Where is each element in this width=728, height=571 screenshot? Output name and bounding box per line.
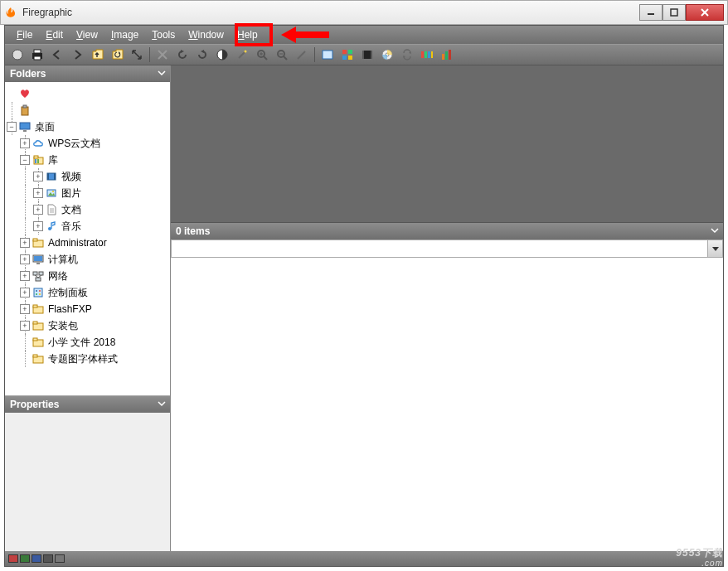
status-swatch[interactable] <box>8 554 18 563</box>
expander-icon[interactable]: − <box>20 155 30 165</box>
expander-icon[interactable]: − <box>7 122 17 132</box>
edit-icon[interactable] <box>293 46 311 64</box>
status-swatch[interactable] <box>32 554 41 563</box>
tree-favorites[interactable] <box>5 85 170 102</box>
menubar: File Edit View Image Tools Window Help <box>5 26 723 44</box>
svg-rect-49 <box>34 156 38 158</box>
palette-icon[interactable] <box>418 46 436 64</box>
svg-point-75 <box>36 293 37 295</box>
color-swatches-icon[interactable] <box>338 46 357 64</box>
status-swatch[interactable] <box>43 554 53 563</box>
svg-marker-4 <box>281 27 329 43</box>
menu-window[interactable]: Window <box>182 27 231 43</box>
items-count-label: 0 items <box>176 225 210 237</box>
expander-icon[interactable]: + <box>20 288 30 298</box>
print-icon[interactable] <box>28 46 46 64</box>
tree-install[interactable]: + 安装包 <box>5 317 170 334</box>
folders-panel-title: Folders <box>10 68 46 80</box>
svg-rect-67 <box>33 272 37 275</box>
delete-icon[interactable] <box>153 46 172 64</box>
fullscreen-icon[interactable] <box>318 46 337 64</box>
folder-icon <box>32 319 45 332</box>
tree-desktop[interactable]: − 桌面 <box>5 119 170 135</box>
expander-icon[interactable]: + <box>20 321 30 331</box>
status-swatch[interactable] <box>20 554 30 563</box>
svg-rect-37 <box>421 51 424 58</box>
svg-rect-78 <box>33 305 37 307</box>
back-icon[interactable] <box>48 46 66 64</box>
svg-point-5 <box>12 50 22 60</box>
tree-documents[interactable]: + 文档 <box>5 201 170 218</box>
app-icon <box>4 6 17 19</box>
dropdown-icon[interactable] <box>707 240 722 257</box>
forward-icon[interactable] <box>68 46 86 64</box>
expander-icon[interactable]: + <box>20 254 30 264</box>
menu-edit[interactable]: Edit <box>39 27 70 43</box>
contrast-icon[interactable] <box>213 46 231 64</box>
disc-icon[interactable] <box>378 46 396 64</box>
properties-panel-header: Properties <box>5 396 170 413</box>
svg-rect-32 <box>371 51 372 59</box>
svg-rect-39 <box>428 51 430 58</box>
expander-icon[interactable]: + <box>20 238 30 248</box>
expander-icon[interactable]: + <box>33 188 43 198</box>
zoom-out-icon[interactable] <box>273 46 291 64</box>
expander-icon[interactable]: + <box>33 221 43 231</box>
svg-point-57 <box>52 191 54 192</box>
expander-icon[interactable]: + <box>20 271 30 281</box>
tree-network[interactable]: + 网络 <box>5 268 170 284</box>
menu-tools[interactable]: Tools <box>145 27 182 43</box>
svg-rect-27 <box>348 50 352 54</box>
preview-area <box>171 65 723 223</box>
filmstrip-icon[interactable] <box>358 46 376 64</box>
menu-file[interactable]: File <box>10 27 39 43</box>
expander-icon[interactable]: + <box>33 172 43 181</box>
zoom-in-icon[interactable] <box>253 46 271 64</box>
tree-school[interactable]: 小学 文件 2018 <box>5 334 170 351</box>
refresh-icon[interactable] <box>108 46 126 64</box>
path-input[interactable] <box>172 240 707 257</box>
computer-icon <box>32 253 45 266</box>
expander-icon[interactable]: + <box>20 304 30 314</box>
svg-rect-38 <box>425 51 427 58</box>
sync-icon[interactable] <box>398 46 416 64</box>
expander-icon[interactable]: + <box>20 138 30 148</box>
tree-computer[interactable]: + 计算机 <box>5 251 170 268</box>
tree-pictures[interactable]: + 图片 <box>5 185 170 201</box>
heart-icon <box>18 87 32 100</box>
path-combo[interactable] <box>171 240 723 258</box>
expander-icon[interactable]: + <box>33 205 43 215</box>
tree-control-panel[interactable]: + 控制面板 <box>5 284 170 301</box>
user-folder-icon <box>32 236 45 249</box>
tree-flashfxp[interactable]: + FlashFXP <box>5 301 170 317</box>
up-icon[interactable] <box>88 46 106 64</box>
rotate-left-icon[interactable] <box>173 46 192 64</box>
wand-icon[interactable] <box>233 46 251 64</box>
close-button[interactable] <box>686 4 724 21</box>
tree-administrator[interactable]: + Administrator <box>5 235 170 251</box>
tree-video[interactable]: + 视频 <box>5 168 170 185</box>
rotate-right-icon[interactable] <box>193 46 211 64</box>
tree-fontstyle[interactable]: 专题图字体样式 <box>5 351 170 367</box>
acquire-icon[interactable] <box>8 46 27 64</box>
menu-help[interactable]: Help <box>231 27 265 43</box>
titlebar: Firegraphic <box>0 0 728 25</box>
file-list[interactable] <box>171 258 723 551</box>
status-swatch[interactable] <box>55 554 65 563</box>
tree-clipboard[interactable] <box>5 102 170 119</box>
menu-image[interactable]: Image <box>104 27 145 43</box>
folder-tree[interactable]: − 桌面 + WPS云文档 <box>5 82 170 395</box>
panel-collapse-icon[interactable] <box>157 399 167 409</box>
panel-collapse-icon[interactable] <box>157 68 167 78</box>
minimize-button[interactable] <box>639 4 662 21</box>
tree-library[interactable]: − 库 <box>5 152 170 168</box>
panel-collapse-icon[interactable] <box>710 225 720 235</box>
bars-icon[interactable] <box>438 46 456 64</box>
maximize-button[interactable] <box>662 4 686 21</box>
tree-music[interactable]: + 音乐 <box>5 218 170 235</box>
tree-wps[interactable]: + WPS云文档 <box>5 135 170 152</box>
network-icon <box>32 269 45 283</box>
menu-view[interactable]: View <box>70 27 104 43</box>
svg-rect-69 <box>36 278 41 281</box>
collapse-move-icon[interactable] <box>128 46 146 64</box>
